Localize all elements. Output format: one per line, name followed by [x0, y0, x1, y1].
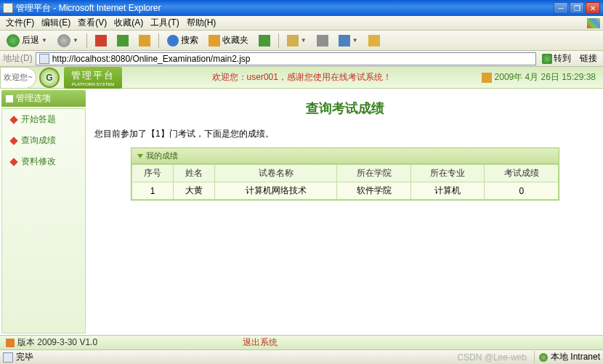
logout-link[interactable]: 退出系统 — [243, 336, 278, 349]
window-controls: ─ ❐ ✕ — [554, 2, 600, 14]
sidebar-item-label: 查询成绩 — [21, 134, 56, 147]
favorites-label: 收藏夹 — [222, 34, 248, 46]
sidebar-item-query-score[interactable]: 查询成绩 — [2, 130, 85, 151]
chevron-down-icon: ▼ — [41, 37, 47, 44]
table-caption: 我的成绩 — [131, 148, 559, 164]
menu-help[interactable]: 帮助(H) — [184, 15, 219, 31]
page-intro: 您目前参加了【1】门考试，下面是您的成绩。 — [87, 124, 603, 144]
triangle-icon — [137, 154, 143, 158]
search-label: 搜索 — [181, 34, 198, 46]
mail-icon — [287, 35, 299, 46]
separator — [158, 33, 159, 48]
go-label: 转到 — [554, 52, 571, 65]
url-text: http://localhost:8080/Online_Examination… — [52, 54, 251, 64]
brand-box: 管理平台 PLATFORM SYSTEM — [64, 67, 122, 89]
links-button[interactable]: 链接 — [577, 52, 600, 65]
version-box: 版本 2009-3-30 V1.0 — [6, 336, 97, 349]
menu-favorites[interactable]: 收藏(A) — [111, 15, 146, 31]
watermark-text: CSDN @Lee-web — [457, 352, 527, 363]
home-small-icon[interactable] — [482, 73, 492, 83]
forward-button[interactable]: ▼ — [54, 32, 82, 49]
sidebar-item-label: 开始答题 — [21, 113, 56, 126]
chevron-down-icon: ▼ — [301, 37, 307, 44]
back-button[interactable]: 后退 ▼ — [3, 32, 51, 49]
stop-button[interactable] — [92, 33, 110, 49]
sidebar-body: 开始答题 查询成绩 资料修改 — [1, 108, 86, 333]
forward-icon — [57, 34, 70, 47]
mail-button[interactable]: ▼ — [283, 33, 310, 49]
star-icon — [209, 35, 220, 46]
version-icon — [6, 339, 15, 347]
search-button[interactable]: 搜索 — [163, 32, 202, 49]
sidebar-header-icon — [6, 95, 13, 102]
history-icon — [259, 35, 270, 46]
go-button[interactable]: 转到 — [539, 52, 574, 65]
page-body: 查询考试成绩 您目前参加了【1】门考试，下面是您的成绩。 我的成绩 序号 姓名 … — [87, 89, 603, 335]
chevron-down-icon: ▼ — [73, 37, 78, 44]
links-label: 链接 — [580, 53, 597, 63]
page-title: 查询考试成绩 — [87, 89, 603, 124]
sidebar-item-label: 资料修改 — [21, 155, 56, 168]
home-button[interactable] — [135, 33, 154, 49]
zone-icon — [539, 353, 548, 362]
col-paper: 试卷名称 — [215, 165, 337, 182]
col-no: 序号 — [132, 165, 174, 182]
status-text: 完毕 — [16, 351, 457, 363]
datetime-text: 2009年 4月 26日 15:29:38 — [495, 71, 596, 84]
welcome-message: 欢迎您：user001，感谢您使用在线考试系统！ — [122, 71, 482, 84]
history-button[interactable] — [255, 33, 274, 49]
results-table: 序号 姓名 试卷名称 所在学院 所在专业 考试成绩 1 大黄 计算机网络技术 — [131, 164, 559, 200]
menu-view[interactable]: 查看(V) — [75, 15, 110, 31]
page-icon — [39, 54, 49, 64]
print-button[interactable] — [313, 33, 332, 49]
toolbar: 后退 ▼ ▼ 搜索 收藏夹 ▼ ▼ — [0, 31, 603, 51]
sidebar-header-label: 管理选项 — [16, 92, 51, 105]
sidebar: 管理选项 开始答题 查询成绩 资料修改 — [0, 89, 87, 335]
col-major: 所在专业 — [410, 165, 485, 182]
datetime-box: 2009年 4月 26日 15:29:38 — [482, 71, 603, 84]
stop-icon — [95, 35, 107, 46]
maximize-button[interactable]: ❐ — [570, 2, 584, 14]
refresh-button[interactable] — [113, 33, 132, 49]
menu-file[interactable]: 文件(F) — [3, 15, 37, 31]
folder-icon — [368, 35, 380, 46]
edit-button[interactable]: ▼ — [335, 33, 362, 49]
window-titlebar: 管理平台 - Microsoft Internet Explorer ─ ❐ ✕ — [0, 0, 603, 16]
status-bar: 完毕 CSDN @Lee-web 本地 Intranet — [0, 349, 603, 364]
edit-icon — [339, 35, 350, 46]
zone-text: 本地 Intranet — [551, 351, 600, 363]
refresh-icon — [117, 35, 129, 46]
separator — [278, 33, 279, 48]
bullet-icon — [9, 137, 17, 145]
cell-score: 0 — [485, 182, 559, 200]
brand-text: 管理平台 — [71, 70, 115, 81]
col-college: 所在学院 — [337, 165, 411, 182]
brand-subtitle: PLATFORM SYSTEM — [71, 82, 115, 86]
close-button[interactable]: ✕ — [586, 2, 600, 14]
windows-flag-icon — [587, 18, 600, 28]
url-input[interactable]: http://localhost:8080/Online_Examination… — [36, 52, 536, 65]
window-title: 管理平台 - Microsoft Internet Explorer — [16, 2, 554, 15]
menu-tools[interactable]: 工具(T) — [147, 15, 182, 31]
folder-button[interactable] — [365, 33, 384, 49]
favorites-button[interactable]: 收藏夹 — [205, 32, 252, 49]
col-name: 姓名 — [174, 165, 215, 182]
banner: 欢迎您~ G 管理平台 PLATFORM SYSTEM 欢迎您：user001，… — [0, 67, 603, 89]
minimize-button[interactable]: ─ — [554, 2, 568, 14]
cell-paper: 计算机网络技术 — [215, 182, 337, 200]
go-icon — [542, 54, 552, 64]
print-icon — [317, 35, 328, 46]
table-header-row: 序号 姓名 试卷名称 所在学院 所在专业 考试成绩 — [132, 165, 559, 182]
sidebar-item-start-exam[interactable]: 开始答题 — [2, 109, 85, 130]
cell-college: 软件学院 — [337, 182, 411, 200]
table-caption-text: 我的成绩 — [146, 150, 178, 161]
menu-edit[interactable]: 编辑(E) — [39, 15, 73, 31]
address-label: 地址(D) — [3, 52, 33, 65]
version-text: 版本 2009-3-30 V1.0 — [17, 336, 97, 349]
back-icon — [7, 34, 20, 47]
cell-major: 计算机 — [410, 182, 485, 200]
menu-bar: 文件(F) 编辑(E) 查看(V) 收藏(A) 工具(T) 帮助(H) — [0, 16, 603, 31]
bullet-icon — [9, 158, 17, 166]
sidebar-item-edit-profile[interactable]: 资料修改 — [2, 151, 85, 172]
done-icon — [3, 352, 13, 363]
